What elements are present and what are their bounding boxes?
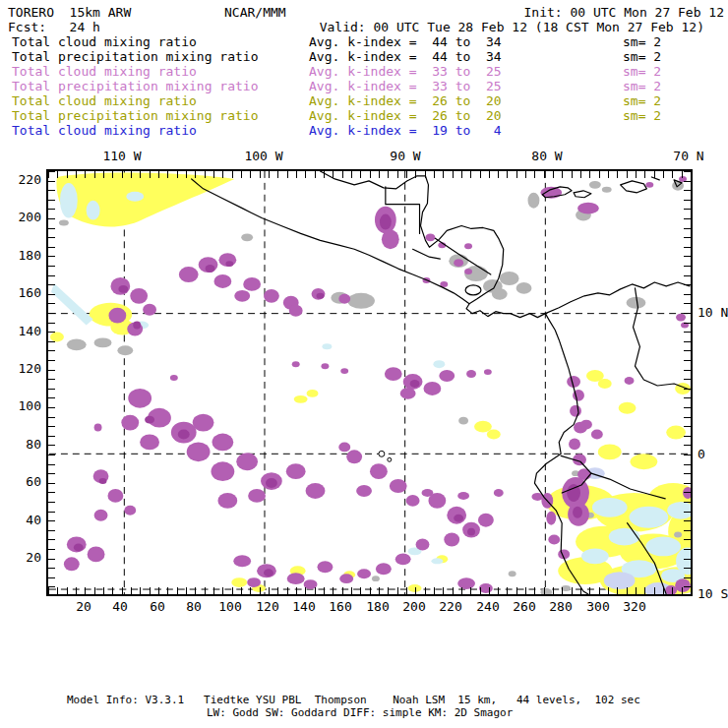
legend-row-label: Total cloud mixing ratio (12, 65, 197, 79)
legend-row-kindex: Avg. k-index = 33 to 25 (309, 65, 502, 79)
coast-gulf-caribbean (320, 171, 587, 594)
bottom-axis-label: 240 (468, 600, 508, 614)
bottom-axis-label: 60 (138, 600, 177, 614)
bottom-axis-label: 300 (578, 600, 618, 614)
coast-south-america-north (545, 282, 690, 314)
left-axis-label: 160 (8, 286, 41, 300)
valid-time-label: Valid: 00 UTC Tue 28 Feb 12 (18 CST Mon … (320, 21, 704, 34)
legend-row-sm: sm= 2 (623, 35, 661, 49)
legend-row-label: Total cloud mixing ratio (12, 124, 197, 138)
legend-row-kindex: Avg. k-index = 26 to 20 (309, 94, 502, 108)
bottom-axis-label: 220 (431, 600, 470, 614)
top-axis-label: 110 W (98, 150, 146, 163)
legend-row-sm: sm= 2 (623, 80, 661, 93)
bottom-axis-label: 20 (64, 600, 103, 614)
legend-row-kindex: Avg. k-index = 33 to 25 (309, 80, 502, 93)
left-axis-label: 140 (8, 325, 41, 338)
left-axis-label: 20 (8, 551, 41, 565)
left-axis-label: 180 (8, 249, 41, 263)
lake-nicaragua (465, 285, 481, 295)
cloud-blobs-cyan (51, 183, 691, 582)
cloud-blobs-yellow (50, 173, 691, 594)
org-label: NCAR/MMM (224, 6, 286, 20)
forecast-hour-label: Fcst: 24 h (8, 21, 100, 34)
bottom-axis-label: 320 (615, 600, 654, 614)
bottom-axis-label: 80 (174, 600, 213, 614)
left-axis-label: 120 (8, 362, 41, 376)
init-time-label: Init: 00 UTC Mon 27 Feb 12 (524, 6, 725, 20)
bottom-axis-label: 140 (284, 600, 324, 614)
right-axis-label: 10 S (698, 587, 728, 601)
bottom-axis-label: 160 (321, 600, 360, 614)
right-axis-label: 10 N (698, 306, 728, 320)
bottom-axis-label: 260 (505, 600, 544, 614)
weather-model-plot-page: TORERO 15km ARW NCAR/MMM Init: 00 UTC Mo… (0, 0, 728, 728)
left-axis-label: 220 (8, 173, 41, 187)
legend-row-sm: sm= 2 (623, 50, 661, 64)
top-axis-label: 100 W (240, 150, 287, 163)
bottom-axis-label: 180 (358, 600, 397, 614)
bottom-axis-label: 100 (211, 600, 250, 614)
top-axis-label: 80 W (523, 150, 571, 163)
model-physics-line: LW: Godd SW: Goddard DIFF: simple KM: 2D… (207, 707, 513, 719)
map-frame (46, 169, 693, 596)
left-axis-label: 200 (8, 211, 41, 224)
legend-row-kindex: Avg. k-index = 44 to 34 (309, 50, 502, 64)
coast-hispaniola (621, 181, 647, 193)
legend-row-kindex: Avg. k-index = 44 to 34 (309, 35, 502, 49)
legend-row-sm: sm= 2 (623, 94, 661, 108)
legend-row-sm: sm= 2 (623, 109, 661, 123)
legend-row-sm: sm= 2 (623, 65, 661, 79)
legend-row-kindex: Avg. k-index = 26 to 20 (309, 109, 502, 123)
bottom-axis-label: 120 (248, 600, 287, 614)
left-axis-label: 40 (8, 514, 41, 527)
coast-jamaica (574, 191, 591, 198)
left-axis-label: 80 (8, 438, 41, 452)
legend-row-label: Total cloud mixing ratio (12, 35, 197, 49)
bottom-axis-label: 40 (100, 600, 140, 614)
bottom-axis-label: 200 (394, 600, 434, 614)
right-axis-label: 0 (698, 448, 705, 461)
top-axis-label: 90 W (382, 150, 429, 163)
model-info-line: Model Info: V3.3.1 Tiedtke YSU PBL Thomp… (67, 695, 640, 706)
border-honduras-nicaragua (435, 238, 490, 274)
border-el-salvador (413, 249, 441, 259)
legend-row-label: Total precipitation mixing ratio (12, 50, 258, 64)
map-canvas (48, 171, 691, 594)
legend-row-label: Total precipitation mixing ratio (12, 109, 258, 123)
legend-row-kindex: Avg. k-index = 19 to 4 (309, 124, 502, 138)
legend-row-label: Total precipitation mixing ratio (12, 80, 258, 93)
left-axis-label: 100 (8, 399, 41, 413)
top-axis-label: 70 N (665, 150, 712, 163)
page-title: TORERO 15km ARW (8, 6, 131, 20)
legend-row-label: Total cloud mixing ratio (12, 94, 197, 108)
coast-bahamas (651, 177, 659, 180)
bottom-axis-label: 280 (541, 600, 580, 614)
left-axis-label: 60 (8, 475, 41, 489)
galapagos-islands (379, 451, 392, 461)
